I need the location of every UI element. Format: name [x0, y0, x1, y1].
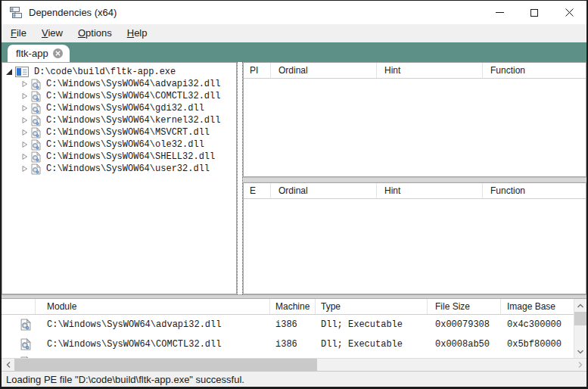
tree-label: C:\Windows\SysWOW64\SHELL32.dll: [46, 151, 215, 162]
dll-file-icon: [31, 103, 41, 114]
scroll-down-button[interactable]: [574, 345, 586, 358]
menu-file[interactable]: File: [3, 26, 34, 41]
tree-panels-splitter[interactable]: [237, 62, 243, 294]
imports-exports-splitter[interactable]: [243, 177, 586, 182]
module-type: Dll; Executable: [316, 339, 428, 350]
exports-panel: E Ordinal Hint Function: [243, 182, 586, 294]
app-icon: [9, 7, 23, 19]
tree-label: C:\Windows\SysWOW64\MSVCRT.dll: [46, 127, 210, 138]
module-machine: i386: [270, 319, 316, 330]
tree-row-dll[interactable]: C:\Windows\SysWOW64\MSVCRT.dll: [2, 126, 236, 138]
column-header-type[interactable]: Type: [316, 299, 428, 314]
tree-label: D:\code\build\fltk-app.exe: [34, 67, 176, 77]
module-file-size: 0x0008ab50: [428, 339, 501, 350]
tree-row-root[interactable]: D:\code\build\fltk-app.exe: [2, 66, 236, 78]
menu-help[interactable]: Help: [120, 26, 155, 41]
tree-row-dll[interactable]: C:\Windows\SysWOW64\kernel32.dll: [2, 114, 236, 126]
scroll-right-button[interactable]: [574, 359, 586, 371]
dll-file-icon: [31, 163, 41, 175]
column-header-image-base[interactable]: Image Base: [501, 299, 574, 314]
column-header-pi[interactable]: PI: [244, 63, 271, 78]
module-image-base: 0x5bf80000: [501, 339, 574, 350]
column-header-function[interactable]: Function: [483, 183, 586, 198]
column-header-hint[interactable]: Hint: [377, 183, 483, 198]
expander-collapsed-icon[interactable]: [21, 165, 31, 173]
column-header-ordinal[interactable]: Ordinal: [271, 183, 377, 198]
module-row[interactable]: C:\Windows\SysWOW64\advapi32.dll i386 Dl…: [2, 315, 574, 335]
modules-list: C:\Windows\SysWOW64\advapi32.dll i386 Dl…: [2, 315, 574, 358]
expander-expanded-icon[interactable]: [5, 68, 15, 76]
menu-options[interactable]: Options: [70, 26, 120, 41]
module-image-base: 0x4c300000: [501, 319, 574, 330]
tree-row-dll[interactable]: C:\Windows\SysWOW64\gdi32.dll: [2, 102, 236, 114]
close-icon: [565, 8, 574, 17]
imports-header: PI Ordinal Hint Function: [244, 63, 586, 79]
scroll-up-button[interactable]: [574, 299, 586, 312]
vertical-scroll-thumb[interactable]: [574, 312, 586, 325]
module-machine: i386: [270, 339, 316, 350]
app-window: Dependencies (x64) File View Options Hel…: [0, 0, 588, 389]
tree-row-dll[interactable]: C:\Windows\SysWOW64\advapi32.dll: [2, 78, 236, 90]
menu-view[interactable]: View: [34, 26, 70, 41]
tree-row-dll[interactable]: C:\Windows\SysWOW64\SHELL32.dll: [2, 151, 236, 163]
expander-collapsed-icon[interactable]: [21, 104, 31, 112]
menubar: File View Options Help: [2, 24, 586, 42]
tab-close-icon[interactable]: [53, 48, 63, 58]
column-header-hint[interactable]: Hint: [377, 63, 483, 78]
tab-strip: fltk-app: [2, 42, 586, 62]
main-area: D:\code\build\fltk-app.exe C:\Windows\Sy…: [2, 62, 586, 294]
right-panels: PI Ordinal Hint Function E Ordinal Hint …: [243, 62, 586, 294]
column-header-machine[interactable]: Machine: [270, 299, 316, 314]
minimize-button[interactable]: [482, 1, 517, 24]
tree-row-dll[interactable]: C:\Windows\SysWOW64\COMCTL32.dll: [2, 90, 236, 102]
tab-fltk-app[interactable]: fltk-app: [8, 45, 70, 62]
module-file-size: 0x00079308: [428, 319, 501, 330]
scroll-left-button[interactable]: [2, 359, 14, 371]
exports-list: [244, 199, 586, 294]
chevron-up-icon: [577, 303, 584, 309]
status-bar: Loading PE file "D:\code\build\fltk-app.…: [2, 371, 586, 387]
status-text: Loading PE file "D:\code\build\fltk-app.…: [6, 374, 244, 385]
close-button[interactable]: [552, 1, 586, 24]
column-header-file-size[interactable]: File Size: [428, 299, 501, 314]
dll-file-icon: [2, 338, 36, 350]
tree-label: C:\Windows\SysWOW64\user32.dll: [46, 163, 210, 174]
dll-file-icon: [31, 127, 41, 138]
column-header-module[interactable]: Module: [36, 299, 270, 314]
maximize-icon: [530, 9, 538, 17]
window-title: Dependencies (x64): [29, 7, 117, 18]
horizontal-scrollbar[interactable]: [2, 358, 586, 371]
chevron-right-icon: [577, 361, 583, 369]
window-controls: [482, 1, 586, 24]
column-header-icon[interactable]: [2, 299, 36, 314]
module-type: Dll; Executable: [316, 319, 428, 330]
expander-collapsed-icon[interactable]: [21, 153, 31, 160]
expander-collapsed-icon[interactable]: [21, 129, 31, 136]
column-header-ordinal[interactable]: Ordinal: [271, 63, 377, 78]
chevron-down-icon: [577, 349, 584, 355]
module-row[interactable]: C:\Windows\SysWOW64\COMCTL32.dll i386 Dl…: [2, 335, 574, 354]
expander-collapsed-icon[interactable]: [21, 80, 31, 88]
expander-collapsed-icon[interactable]: [21, 141, 31, 148]
dll-file-icon: [2, 319, 36, 331]
dll-file-icon: [31, 151, 41, 163]
tree-label: C:\Windows\SysWOW64\kernel32.dll: [46, 115, 220, 126]
maximize-button[interactable]: [517, 1, 552, 24]
chevron-left-icon: [5, 361, 11, 369]
modules-header: Module Machine Type File Size Image Base: [2, 299, 574, 315]
column-header-e[interactable]: E: [244, 183, 271, 198]
window-titlebar: Dependencies (x64): [2, 1, 586, 24]
exports-header: E Ordinal Hint Function: [244, 183, 586, 199]
tree-row-dll[interactable]: C:\Windows\SysWOW64\user32.dll: [2, 163, 236, 175]
dll-file-icon: [31, 115, 41, 126]
modules-vertical-scrollbar[interactable]: [574, 299, 586, 358]
imports-list: [244, 79, 586, 176]
dll-file-icon: [31, 79, 41, 90]
tree-label: C:\Windows\SysWOW64\ole32.dll: [46, 139, 204, 150]
column-header-function[interactable]: Function: [483, 63, 586, 78]
expander-collapsed-icon[interactable]: [21, 117, 31, 124]
horizontal-scroll-thumb[interactable]: [14, 359, 317, 371]
expander-collapsed-icon[interactable]: [21, 92, 31, 100]
imports-panel: PI Ordinal Hint Function: [243, 62, 586, 177]
tree-row-dll[interactable]: C:\Windows\SysWOW64\ole32.dll: [2, 138, 236, 151]
